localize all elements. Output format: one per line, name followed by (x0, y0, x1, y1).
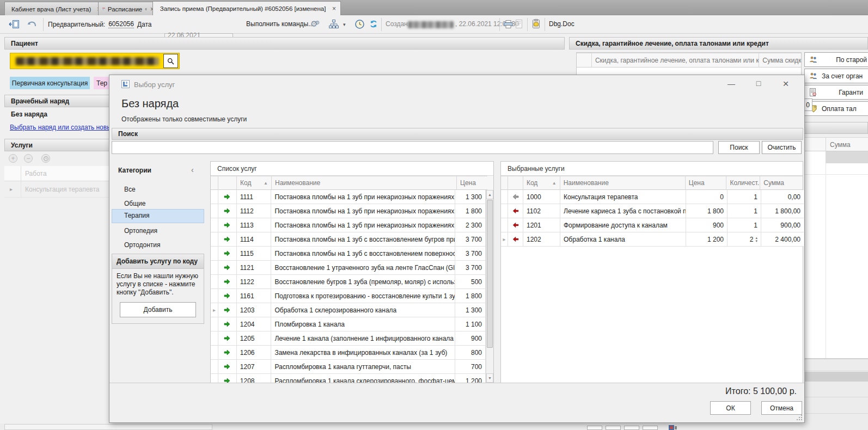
service-qty-cell[interactable]: 1 ▴▾ (728, 204, 761, 218)
add-arrow-icon[interactable] (224, 208, 230, 214)
undo-icon[interactable] (27, 21, 37, 28)
run-commands-button[interactable]: Выполнить команды... (246, 20, 314, 28)
col-code[interactable]: Код▲ (523, 176, 560, 190)
expand-icon[interactable]: ▸ (10, 186, 13, 192)
add-arrow-icon[interactable] (224, 364, 230, 370)
remove-arrow-icon[interactable] (512, 208, 519, 214)
remove-arrow-icon[interactable] (512, 194, 519, 200)
maximize-icon[interactable]: □ (754, 79, 763, 88)
gears-icon[interactable]: ⚙⚙ (310, 19, 322, 29)
service-row[interactable]: ▸ Консультация терапевта (4, 181, 109, 198)
patient-name-field[interactable] (10, 53, 180, 69)
collapse-chevron-icon[interactable]: ‹ (191, 165, 194, 174)
service-qty-cell[interactable]: 1 ▴▾ (728, 190, 761, 204)
search-button[interactable]: Поиск (718, 141, 760, 154)
service-list-row[interactable]: ▸ 1122 Восстановление бугров 1 зуба (пре… (211, 275, 486, 289)
minimize-icon[interactable]: — (726, 79, 736, 88)
doc-number-link[interactable]: 6052056 (108, 20, 134, 28)
col-price[interactable]: Цена (457, 176, 487, 190)
service-list-row[interactable]: ▸ 1206 Замена лекарства в инфицированных… (211, 346, 486, 360)
sum-column-header[interactable]: Сумма (805, 137, 868, 151)
discount-col-main[interactable]: Скидка, гарантийное лечение, оплата тало… (592, 53, 759, 67)
history-icon[interactable] (355, 20, 364, 29)
tab-schedule[interactable]: Расписание × (98, 2, 159, 16)
service-qty-cell[interactable]: 2 ▴▾ (728, 232, 761, 247)
pin-icon[interactable] (328, 6, 329, 11)
print-icon[interactable] (504, 20, 513, 28)
tab-doctor-cabinet[interactable]: Кабинет врача (Лист учета) × (4, 2, 105, 16)
scroll-up-icon[interactable]: ▲ (486, 190, 493, 199)
tab-appointment-record[interactable]: Запись приема (Предварительный) #6052056… (152, 1, 341, 16)
cancel-button[interactable]: Отмена (761, 401, 802, 415)
service-list-row[interactable]: ▸ 1112 Постановка пломбы на 1 зуб при не… (211, 204, 486, 218)
remove-service-button[interactable]: − (24, 154, 33, 163)
add-arrow-icon[interactable] (224, 335, 230, 341)
selected-service-row[interactable]: ▸ 1202 Обработка 1 канала 1 200 2 ▴▾ (501, 232, 804, 247)
service-list-row[interactable]: ▸ 1111 Постановка пломбы на 1 зуб при не… (211, 190, 486, 204)
service-list-row[interactable]: ▸ 1204 Пломбировка 1 канала 1 100 (211, 317, 486, 331)
add-arrow-icon[interactable] (224, 307, 230, 313)
service-history-button[interactable] (41, 154, 50, 163)
service-list-row[interactable]: ▸ 1115 Постановка пломбы на 1 зуб с восс… (211, 247, 486, 261)
add-service-button[interactable]: + (9, 154, 17, 163)
order-select-link[interactable]: Выбрать наряд или создать новый (10, 124, 109, 131)
visit-type-tag[interactable]: Первичная консультация (10, 77, 90, 89)
col-sum[interactable]: Сумма (760, 176, 803, 190)
mini-button[interactable] (587, 426, 602, 430)
remove-arrow-icon[interactable] (512, 222, 519, 228)
add-arrow-icon[interactable] (224, 293, 230, 299)
scroll-down-icon[interactable]: ▼ (486, 373, 493, 383)
category-item-orthopedics[interactable]: Ортопедия (124, 226, 157, 235)
add-arrow-icon[interactable] (224, 265, 230, 271)
service-qty-cell[interactable]: 1 ▴▾ (728, 218, 761, 232)
add-arrow-icon[interactable] (224, 321, 230, 327)
scrollbar-thumb[interactable] (487, 200, 493, 348)
mini-button[interactable] (606, 426, 621, 430)
add-arrow-icon[interactable] (224, 279, 230, 285)
category-item-all[interactable]: Все (124, 185, 136, 194)
close-icon[interactable]: × (781, 78, 791, 90)
col-name[interactable]: Наименование (560, 176, 686, 190)
discount-coupons-button[interactable]: Оплата тал (804, 101, 868, 116)
add-arrow-icon[interactable] (224, 236, 230, 242)
patient-search-button[interactable] (163, 54, 178, 68)
discount-org-button[interactable]: За счет орган (804, 69, 868, 83)
dbg-clipboard-icon[interactable] (532, 19, 540, 29)
specialty-tag[interactable]: Тер (94, 77, 110, 89)
col-name[interactable]: Наименование (272, 176, 457, 190)
discount-old-price-button[interactable]: По старой (804, 52, 868, 67)
add-arrow-icon[interactable] (224, 378, 230, 383)
dock-navigate-icon[interactable] (9, 20, 20, 29)
selected-service-row[interactable]: ▸ 1102 Лечение кариеса 1 зуба с постанов… (501, 204, 804, 218)
discount-warranty-button[interactable]: Гаранти (804, 85, 868, 100)
pin-icon[interactable] (145, 7, 147, 12)
category-item-orthodontics[interactable]: Ортодонтия (124, 241, 161, 249)
service-list-row[interactable]: ▸ 1161 Подготовка к протезированию - вос… (211, 289, 486, 303)
resize-grip[interactable] (796, 414, 803, 421)
selected-service-row[interactable]: ▸ 1000 Консультация терапевта 0 1 ▴▾ (501, 190, 804, 204)
add-button[interactable]: Добавить (120, 302, 196, 317)
clear-button[interactable]: Очистить (762, 141, 802, 154)
caret-down-icon[interactable]: ▾ (343, 22, 346, 27)
org-tree-icon[interactable] (329, 20, 339, 29)
add-arrow-icon[interactable] (224, 250, 230, 256)
search-input[interactable] (112, 141, 713, 154)
service-list-row[interactable]: ▸ 1114 Постановка пломбы на 1 зуб с восс… (211, 232, 486, 247)
service-list-row[interactable]: ▸ 1203 Обработка 1 склерозированного кан… (211, 303, 486, 317)
refresh-icon[interactable] (369, 20, 378, 28)
mini-button[interactable] (643, 426, 658, 430)
add-arrow-icon[interactable] (224, 222, 230, 228)
service-list-row[interactable]: ▸ 1113 Постановка пломбы на 1 зуб при не… (211, 218, 486, 232)
service-list-row[interactable]: ▸ 1121 Восстановление 1 утраченного зуба… (211, 261, 486, 275)
expand-icon[interactable]: ▸ (503, 236, 505, 242)
category-item-general[interactable]: Общие (124, 199, 145, 208)
services-list-scrollbar[interactable]: ▲ ▼ (486, 190, 493, 383)
service-list-row[interactable]: ▸ 1205 Лечение 1 канала (заполнение 1 ин… (211, 331, 486, 346)
mini-button[interactable] (624, 426, 639, 430)
remove-arrow-icon[interactable] (512, 236, 519, 242)
discount-col-sum[interactable]: Сумма скидки (759, 53, 801, 67)
report-icon[interactable] (515, 20, 523, 28)
expand-icon[interactable]: ▸ (213, 307, 216, 313)
selected-service-row[interactable]: ▸ 1201 Формирование доступа к каналам 90… (501, 218, 804, 232)
qty-spinner[interactable]: ▴▾ (755, 236, 757, 243)
